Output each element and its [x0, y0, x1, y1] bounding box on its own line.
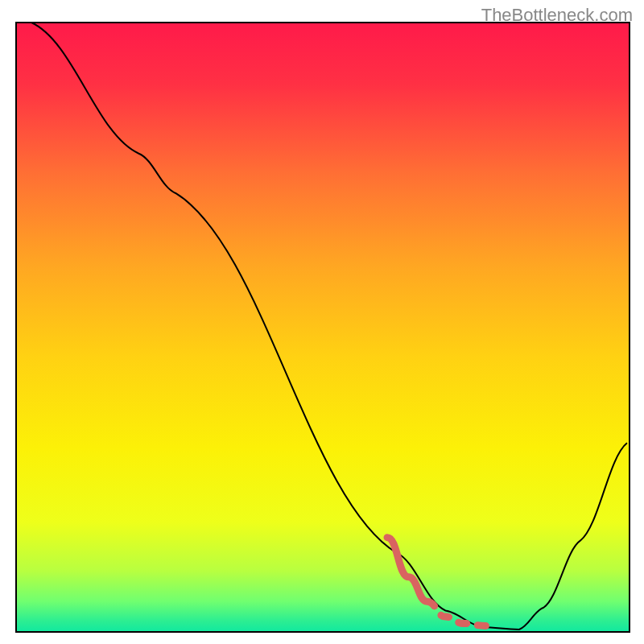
plot-background [16, 23, 630, 632]
chart-container: TheBottleneck.com [0, 0, 644, 644]
watermark-text: TheBottleneck.com [481, 5, 633, 26]
chart-svg [0, 0, 644, 644]
